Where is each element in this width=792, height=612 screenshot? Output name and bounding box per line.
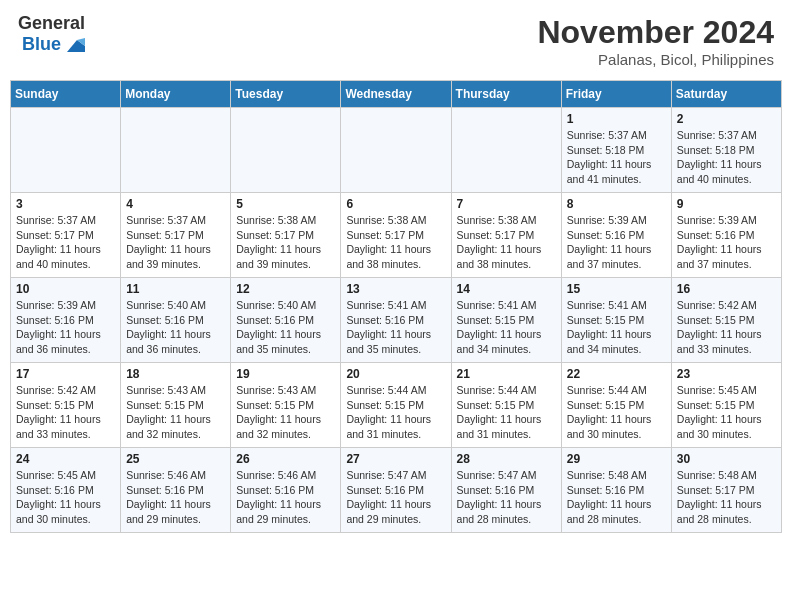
- calendar-cell: 18Sunrise: 5:43 AMSunset: 5:15 PMDayligh…: [121, 363, 231, 448]
- day-info: Sunrise: 5:39 AMSunset: 5:16 PMDaylight:…: [16, 298, 115, 357]
- day-info: Sunrise: 5:39 AMSunset: 5:16 PMDaylight:…: [677, 213, 776, 272]
- day-info: Sunrise: 5:45 AMSunset: 5:16 PMDaylight:…: [16, 468, 115, 527]
- calendar-cell: [341, 108, 451, 193]
- day-number: 10: [16, 282, 115, 296]
- day-info: Sunrise: 5:42 AMSunset: 5:15 PMDaylight:…: [16, 383, 115, 442]
- title-block: November 2024 Palanas, Bicol, Philippine…: [537, 14, 774, 68]
- calendar-cell: 24Sunrise: 5:45 AMSunset: 5:16 PMDayligh…: [11, 448, 121, 533]
- day-info: Sunrise: 5:47 AMSunset: 5:16 PMDaylight:…: [346, 468, 445, 527]
- day-info: Sunrise: 5:45 AMSunset: 5:15 PMDaylight:…: [677, 383, 776, 442]
- day-number: 20: [346, 367, 445, 381]
- day-info: Sunrise: 5:44 AMSunset: 5:15 PMDaylight:…: [457, 383, 556, 442]
- day-number: 18: [126, 367, 225, 381]
- weekday-header-friday: Friday: [561, 81, 671, 108]
- day-number: 21: [457, 367, 556, 381]
- calendar-cell: 29Sunrise: 5:48 AMSunset: 5:16 PMDayligh…: [561, 448, 671, 533]
- logo-blue: Blue: [22, 35, 61, 55]
- weekday-header-monday: Monday: [121, 81, 231, 108]
- day-number: 22: [567, 367, 666, 381]
- day-number: 29: [567, 452, 666, 466]
- day-number: 5: [236, 197, 335, 211]
- day-info: Sunrise: 5:46 AMSunset: 5:16 PMDaylight:…: [126, 468, 225, 527]
- day-info: Sunrise: 5:37 AMSunset: 5:18 PMDaylight:…: [567, 128, 666, 187]
- day-number: 15: [567, 282, 666, 296]
- day-info: Sunrise: 5:41 AMSunset: 5:16 PMDaylight:…: [346, 298, 445, 357]
- calendar-cell: 28Sunrise: 5:47 AMSunset: 5:16 PMDayligh…: [451, 448, 561, 533]
- day-info: Sunrise: 5:38 AMSunset: 5:17 PMDaylight:…: [346, 213, 445, 272]
- logo-icon: [63, 34, 85, 56]
- calendar-week-4: 17Sunrise: 5:42 AMSunset: 5:15 PMDayligh…: [11, 363, 782, 448]
- calendar-cell: [11, 108, 121, 193]
- page-subtitle: Palanas, Bicol, Philippines: [537, 51, 774, 68]
- calendar-cell: 13Sunrise: 5:41 AMSunset: 5:16 PMDayligh…: [341, 278, 451, 363]
- calendar-cell: 9Sunrise: 5:39 AMSunset: 5:16 PMDaylight…: [671, 193, 781, 278]
- day-info: Sunrise: 5:41 AMSunset: 5:15 PMDaylight:…: [457, 298, 556, 357]
- day-number: 8: [567, 197, 666, 211]
- calendar-cell: 26Sunrise: 5:46 AMSunset: 5:16 PMDayligh…: [231, 448, 341, 533]
- calendar-week-2: 3Sunrise: 5:37 AMSunset: 5:17 PMDaylight…: [11, 193, 782, 278]
- day-number: 30: [677, 452, 776, 466]
- day-info: Sunrise: 5:38 AMSunset: 5:17 PMDaylight:…: [236, 213, 335, 272]
- day-number: 1: [567, 112, 666, 126]
- day-number: 17: [16, 367, 115, 381]
- day-info: Sunrise: 5:48 AMSunset: 5:17 PMDaylight:…: [677, 468, 776, 527]
- day-number: 4: [126, 197, 225, 211]
- calendar-cell: 30Sunrise: 5:48 AMSunset: 5:17 PMDayligh…: [671, 448, 781, 533]
- day-number: 23: [677, 367, 776, 381]
- logo-general: General: [18, 14, 85, 34]
- day-info: Sunrise: 5:48 AMSunset: 5:16 PMDaylight:…: [567, 468, 666, 527]
- day-number: 19: [236, 367, 335, 381]
- calendar-cell: 23Sunrise: 5:45 AMSunset: 5:15 PMDayligh…: [671, 363, 781, 448]
- day-number: 9: [677, 197, 776, 211]
- calendar-week-5: 24Sunrise: 5:45 AMSunset: 5:16 PMDayligh…: [11, 448, 782, 533]
- calendar-cell: 12Sunrise: 5:40 AMSunset: 5:16 PMDayligh…: [231, 278, 341, 363]
- calendar-cell: 21Sunrise: 5:44 AMSunset: 5:15 PMDayligh…: [451, 363, 561, 448]
- calendar-cell: 14Sunrise: 5:41 AMSunset: 5:15 PMDayligh…: [451, 278, 561, 363]
- day-info: Sunrise: 5:44 AMSunset: 5:15 PMDaylight:…: [567, 383, 666, 442]
- calendar-cell: 27Sunrise: 5:47 AMSunset: 5:16 PMDayligh…: [341, 448, 451, 533]
- calendar-cell: 3Sunrise: 5:37 AMSunset: 5:17 PMDaylight…: [11, 193, 121, 278]
- calendar-cell: 11Sunrise: 5:40 AMSunset: 5:16 PMDayligh…: [121, 278, 231, 363]
- calendar-cell: 22Sunrise: 5:44 AMSunset: 5:15 PMDayligh…: [561, 363, 671, 448]
- day-number: 11: [126, 282, 225, 296]
- day-info: Sunrise: 5:43 AMSunset: 5:15 PMDaylight:…: [236, 383, 335, 442]
- day-number: 2: [677, 112, 776, 126]
- calendar-cell: 2Sunrise: 5:37 AMSunset: 5:18 PMDaylight…: [671, 108, 781, 193]
- weekday-header-wednesday: Wednesday: [341, 81, 451, 108]
- calendar-cell: [451, 108, 561, 193]
- day-number: 6: [346, 197, 445, 211]
- calendar-cell: 15Sunrise: 5:41 AMSunset: 5:15 PMDayligh…: [561, 278, 671, 363]
- calendar-cell: 19Sunrise: 5:43 AMSunset: 5:15 PMDayligh…: [231, 363, 341, 448]
- day-number: 14: [457, 282, 556, 296]
- day-info: Sunrise: 5:40 AMSunset: 5:16 PMDaylight:…: [126, 298, 225, 357]
- day-number: 27: [346, 452, 445, 466]
- day-number: 3: [16, 197, 115, 211]
- calendar-cell: 7Sunrise: 5:38 AMSunset: 5:17 PMDaylight…: [451, 193, 561, 278]
- calendar-cell: 16Sunrise: 5:42 AMSunset: 5:15 PMDayligh…: [671, 278, 781, 363]
- day-number: 25: [126, 452, 225, 466]
- day-info: Sunrise: 5:44 AMSunset: 5:15 PMDaylight:…: [346, 383, 445, 442]
- day-number: 28: [457, 452, 556, 466]
- calendar-cell: [121, 108, 231, 193]
- day-info: Sunrise: 5:47 AMSunset: 5:16 PMDaylight:…: [457, 468, 556, 527]
- day-number: 16: [677, 282, 776, 296]
- day-info: Sunrise: 5:37 AMSunset: 5:17 PMDaylight:…: [16, 213, 115, 272]
- page-title: November 2024: [537, 14, 774, 51]
- day-number: 7: [457, 197, 556, 211]
- logo: General Blue: [18, 14, 85, 56]
- calendar-cell: [231, 108, 341, 193]
- day-number: 12: [236, 282, 335, 296]
- calendar-week-1: 1Sunrise: 5:37 AMSunset: 5:18 PMDaylight…: [11, 108, 782, 193]
- day-info: Sunrise: 5:40 AMSunset: 5:16 PMDaylight:…: [236, 298, 335, 357]
- calendar-cell: 10Sunrise: 5:39 AMSunset: 5:16 PMDayligh…: [11, 278, 121, 363]
- weekday-header-saturday: Saturday: [671, 81, 781, 108]
- day-info: Sunrise: 5:37 AMSunset: 5:17 PMDaylight:…: [126, 213, 225, 272]
- day-number: 24: [16, 452, 115, 466]
- day-number: 26: [236, 452, 335, 466]
- calendar-cell: 5Sunrise: 5:38 AMSunset: 5:17 PMDaylight…: [231, 193, 341, 278]
- day-info: Sunrise: 5:43 AMSunset: 5:15 PMDaylight:…: [126, 383, 225, 442]
- calendar-cell: 25Sunrise: 5:46 AMSunset: 5:16 PMDayligh…: [121, 448, 231, 533]
- page-header: General Blue November 2024 Palanas, Bico…: [10, 10, 782, 72]
- day-number: 13: [346, 282, 445, 296]
- calendar-table: SundayMondayTuesdayWednesdayThursdayFrid…: [10, 80, 782, 533]
